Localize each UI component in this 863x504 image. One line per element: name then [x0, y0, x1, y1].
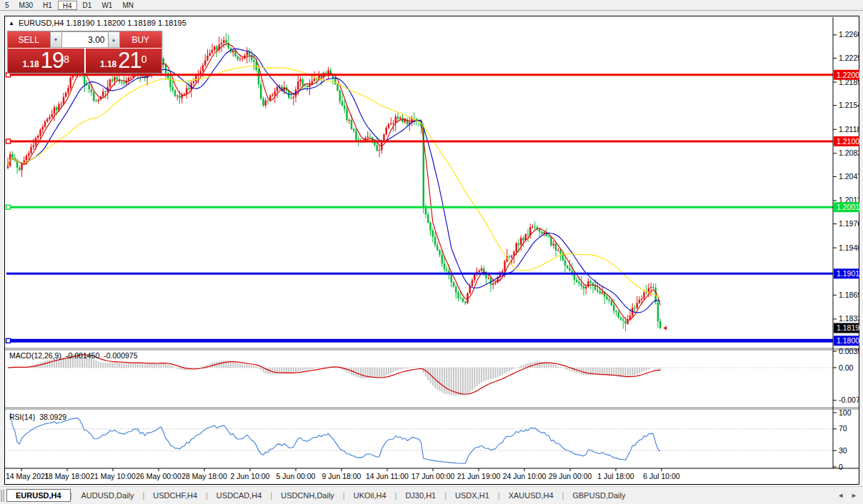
tab-scroll-right-icon[interactable]: ►	[851, 492, 857, 499]
macd-signal-line	[8, 355, 660, 394]
tabs-container: EURUSD,H4|AUDUSD,Daily|USDCHF,H4|USDCAD,…	[6, 489, 634, 502]
buy-button[interactable]: BUY	[120, 31, 162, 48]
macd-name: MACD(12,26,9)	[9, 351, 61, 360]
svg-text:18 May 18:00: 18 May 18:00	[44, 472, 90, 480]
rsi-value: 38.0929	[39, 413, 66, 421]
svg-text:1.22600: 1.22600	[839, 30, 859, 39]
tab-scroll-left-icon[interactable]: ◄	[837, 492, 844, 499]
timeframe-button-h4[interactable]: H4	[58, 1, 77, 10]
macd-value-main: -0.001450	[66, 351, 99, 360]
svg-text:1.22000: 1.22000	[837, 71, 859, 79]
svg-text:29 Jun 00:00: 29 Jun 00:00	[549, 472, 592, 480]
svg-text:21 May 10:00: 21 May 10:00	[90, 472, 136, 480]
chart-tab-usdchf-h4[interactable]: USDCHF,H4	[144, 489, 206, 502]
svg-text:1.19760: 1.19760	[839, 219, 859, 228]
macd-indicator-label: MACD(12,26,9) -0.001450 -0.000975	[9, 351, 138, 360]
tab-scroll-arrows: ◄ ►	[837, 492, 857, 499]
timeframe-toolbar: 5M30H1H4D1W1MN	[0, 0, 863, 11]
chart-tab-ukoil-h4[interactable]: UKOil,H4	[345, 489, 395, 502]
svg-text:1.18690: 1.18690	[839, 291, 859, 299]
chart-header: ▲ EURUSD,H4 1.18190 1.18200 1.18189 1.18…	[9, 19, 186, 27]
svg-text:1.19012: 1.19012	[837, 269, 859, 278]
svg-text:1.21540: 1.21540	[839, 101, 859, 109]
svg-text:21 Jun 19:00: 21 Jun 19:00	[457, 472, 501, 480]
svg-text:1.20470: 1.20470	[839, 172, 859, 181]
svg-text:1.22250: 1.22250	[839, 54, 859, 62]
time-axis-labels: 14 May 202118 May 18:0021 May 10:0026 Ma…	[6, 468, 680, 480]
chart-tab-xauusd-h4[interactable]: XAUUSD,H4	[500, 489, 562, 502]
chart-canvas[interactable]: 1.226001.222501.218901.215401.211801.208…	[4, 16, 859, 485]
sell-price-display[interactable]: 1.18 19 8	[8, 49, 84, 73]
tab-bar-grip[interactable]	[1, 490, 4, 502]
svg-text:1.18004: 1.18004	[837, 336, 859, 345]
svg-text:1.20820: 1.20820	[839, 148, 859, 157]
svg-text:0.00: 0.00	[839, 363, 854, 372]
collapse-triangle-icon[interactable]: ▲	[9, 20, 14, 26]
chart-tab-audusd-daily[interactable]: AUDUSD,Daily	[72, 489, 142, 502]
timeframe-button-h1[interactable]: H1	[39, 1, 56, 10]
svg-text:24 Jun 10:00: 24 Jun 10:00	[503, 472, 547, 480]
svg-text:1.20011: 1.20011	[837, 203, 859, 211]
svg-text:6 Jul 10:00: 6 Jul 10:00	[643, 472, 680, 480]
chart-tab-dj30-h1[interactable]: DJ30,H1	[396, 489, 444, 502]
chart-tab-bar: EURUSD,H4|AUDUSD,Daily|USDCHF,H4|USDCAD,…	[0, 486, 863, 504]
timeframe-button-mn[interactable]: MN	[118, 1, 138, 10]
svg-text:1.21001: 1.21001	[837, 137, 859, 146]
price-axis-flags: 1.220001.210011.200111.190121.180041.181…	[834, 70, 859, 346]
chart-tab-usdcad-h4[interactable]: USDCAD,H4	[208, 489, 271, 502]
chart-title: EURUSD,H4 1.18190 1.18200 1.18189 1.1819…	[19, 19, 186, 27]
svg-text:-0.00717: -0.00717	[839, 395, 859, 404]
rsi-panel-series	[6, 413, 833, 463]
svg-text:2 Jun 10:00: 2 Jun 10:00	[231, 472, 270, 480]
timeframe-button-w1[interactable]: W1	[97, 1, 116, 10]
svg-text:1.19400: 1.19400	[839, 243, 859, 252]
ma-line-40	[8, 66, 660, 298]
one-click-trade-panel: SELL ▼ ▲ BUY 1.18 19 8 1.18 21 0	[7, 31, 162, 74]
svg-text:5 Jun 00:00: 5 Jun 00:00	[276, 472, 316, 480]
rsi-line	[10, 413, 660, 463]
rsi-indicator-label: RSI(14) 38.0929	[9, 413, 66, 421]
current-price-arrow-icon	[663, 326, 667, 330]
horizontal-levels	[6, 73, 834, 343]
svg-text:14 May 2021: 14 May 2021	[6, 472, 49, 480]
chart-tab-usdcnh-daily[interactable]: USDCNH,Daily	[272, 489, 343, 502]
svg-text:1 Jul 18:00: 1 Jul 18:00	[597, 472, 634, 480]
svg-text:26 May 00:00: 26 May 00:00	[136, 472, 181, 480]
rsi-name: RSI(14)	[9, 413, 35, 421]
moving-averages	[8, 44, 660, 320]
timeframe-button-d1[interactable]: D1	[79, 1, 96, 10]
svg-text:28 May 18:00: 28 May 18:00	[181, 472, 227, 480]
sell-button[interactable]: SELL	[8, 31, 50, 48]
mt4-application: 5M30H1H4D1W1MN 1.226001.222501.218901.21…	[0, 0, 863, 504]
svg-text:0: 0	[839, 463, 843, 471]
chart-tab-gbpusd-daily[interactable]: GBPUSD,Daily	[564, 489, 634, 502]
chart-tab-eurusd-h4[interactable]: EURUSD,H4	[6, 489, 71, 502]
timeframe-button-5[interactable]: 5	[1, 1, 14, 10]
macd-value-signal: -0.000975	[104, 351, 137, 360]
svg-text:1.18330: 1.18330	[839, 314, 859, 323]
chart-tab-usdx-h1[interactable]: USDX,H1	[447, 489, 498, 502]
svg-text:9 Jun 18:00: 9 Jun 18:00	[322, 472, 361, 480]
svg-text:17 Jun 00:00: 17 Jun 00:00	[411, 472, 455, 480]
svg-text:70: 70	[839, 424, 847, 433]
ma-line-5	[8, 44, 660, 320]
svg-text:100: 100	[839, 408, 852, 417]
buy-price-display[interactable]: 1.18 21 0	[86, 49, 162, 73]
svg-text:0.003515: 0.003515	[839, 347, 859, 356]
svg-text:14 Jun 11:00: 14 Jun 11:00	[366, 472, 409, 480]
svg-text:30: 30	[839, 446, 847, 455]
price-axis-labels: 1.226001.222501.218901.215401.211801.208…	[833, 30, 859, 470]
svg-text:1.21180: 1.21180	[839, 125, 859, 133]
volume-decrease-button[interactable]: ▼	[50, 31, 62, 48]
volume-input[interactable]	[62, 31, 108, 48]
svg-text:1.18195: 1.18195	[837, 323, 859, 332]
volume-increase-button[interactable]: ▲	[108, 31, 120, 48]
timeframe-button-m30[interactable]: M30	[15, 1, 37, 10]
